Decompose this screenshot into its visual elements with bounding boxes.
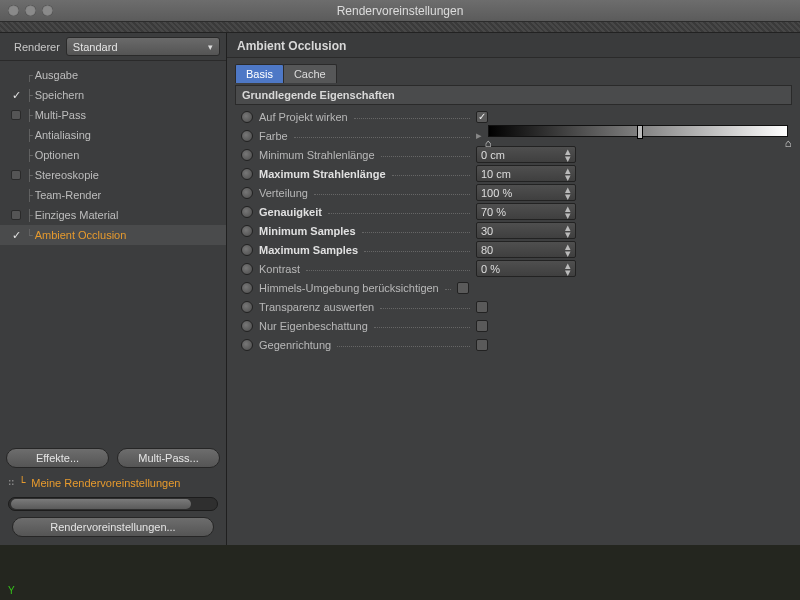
color-gradient[interactable] xyxy=(488,125,788,137)
contrast-field[interactable]: 0 %▴▾ xyxy=(476,260,576,277)
self-shadow-checkbox[interactable] xyxy=(476,320,488,332)
row-min-samples: Minimum Samples 30▴▾ xyxy=(235,221,792,240)
renderer-dropdown[interactable]: Standard ▾ xyxy=(66,37,220,56)
radio-icon[interactable] xyxy=(241,263,253,275)
row-distribution: Verteilung 100 %▴▾ xyxy=(235,183,792,202)
tree-item-optionen[interactable]: ├ Optionen xyxy=(0,145,226,165)
radio-icon[interactable] xyxy=(241,111,253,123)
radio-icon[interactable] xyxy=(241,187,253,199)
min-samples-field[interactable]: 30▴▾ xyxy=(476,222,576,239)
radio-icon[interactable] xyxy=(241,168,253,180)
tree-item-einziges-material[interactable]: ├ Einziges Material xyxy=(0,205,226,225)
checkbox-icon[interactable] xyxy=(11,170,21,180)
tree-item-teamrender[interactable]: ├ Team-Render xyxy=(0,185,226,205)
chevron-down-icon: ▾ xyxy=(208,42,213,52)
renderer-label: Renderer xyxy=(14,41,60,53)
tree-item-ausgabe[interactable]: ┌ Ausgabe xyxy=(0,65,226,85)
spinner-icon: ▴▾ xyxy=(565,262,571,276)
tree-item-stereoskopie[interactable]: ├ Stereoskopie xyxy=(0,165,226,185)
row-contrast: Kontrast 0 %▴▾ xyxy=(235,259,792,278)
spinner-icon: ▴▾ xyxy=(565,167,571,181)
row-transparency: Transparenz auswerten xyxy=(235,297,792,316)
radio-icon[interactable] xyxy=(241,149,253,161)
checkbox-icon[interactable] xyxy=(11,110,21,120)
tree-item-antialiasing[interactable]: ├ Antialiasing xyxy=(0,125,226,145)
radio-icon[interactable] xyxy=(241,301,253,313)
window-title: Rendervoreinstellungen xyxy=(0,4,800,18)
spinner-icon: ▴▾ xyxy=(565,186,571,200)
radio-icon[interactable] xyxy=(241,206,253,218)
tab-basis[interactable]: Basis xyxy=(235,64,284,83)
presets-row[interactable]: ∷ └ Meine Rendervoreinstellungen xyxy=(6,474,220,497)
open-render-settings-button[interactable]: Rendervoreinstellungen... xyxy=(12,517,214,537)
apply-project-checkbox[interactable]: ✓ xyxy=(476,111,488,123)
distribution-field[interactable]: 100 %▴▾ xyxy=(476,184,576,201)
checkbox-icon[interactable] xyxy=(11,210,21,220)
sky-env-checkbox[interactable] xyxy=(457,282,469,294)
renderer-value: Standard xyxy=(73,41,118,53)
accuracy-field[interactable]: 70 %▴▾ xyxy=(476,203,576,220)
renderer-row: Renderer Standard ▾ xyxy=(0,33,226,61)
multipass-button[interactable]: Multi-Pass... xyxy=(117,448,220,468)
row-reverse: Gegenrichtung xyxy=(235,335,792,354)
axis-label-y: Y xyxy=(8,585,15,596)
radio-icon[interactable] xyxy=(241,282,253,294)
min-ray-field[interactable]: 0 cm▴▾ xyxy=(476,146,576,163)
grip-area[interactable] xyxy=(0,22,800,33)
effects-button[interactable]: Effekte... xyxy=(6,448,109,468)
left-panel: Renderer Standard ▾ ┌ Ausgabe ✓├ Speiche… xyxy=(0,33,227,545)
right-panel: Ambient Occlusion Basis Cache Grundlegen… xyxy=(227,33,800,545)
panel-title: Ambient Occlusion xyxy=(227,33,800,58)
tabs: Basis Cache xyxy=(227,58,800,83)
arrow-right-icon[interactable]: ▸ xyxy=(476,129,482,142)
basic-properties-group: Grundlegende Eigenschaften Auf Projekt w… xyxy=(235,85,792,356)
check-icon[interactable]: ✓ xyxy=(11,90,22,101)
spinner-icon: ▴▾ xyxy=(565,205,571,219)
transparency-checkbox[interactable] xyxy=(476,301,488,313)
row-max-samples: Maximum Samples 80▴▾ xyxy=(235,240,792,259)
row-min-ray: Minimum Strahlenlänge 0 cm▴▾ xyxy=(235,145,792,164)
group-title: Grundlegende Eigenschaften xyxy=(235,85,792,105)
gradient-stop-left[interactable]: ⌂ xyxy=(485,137,492,149)
window-body: Renderer Standard ▾ ┌ Ausgabe ✓├ Speiche… xyxy=(0,33,800,545)
settings-tree: ┌ Ausgabe ✓├ Speichern ├ Multi-Pass ├ An… xyxy=(0,61,226,442)
render-settings-window: Rendervoreinstellungen Renderer Standard… xyxy=(0,0,800,545)
viewport[interactable]: Y xyxy=(0,545,800,600)
tab-cache[interactable]: Cache xyxy=(283,64,337,83)
tree-item-multipass[interactable]: ├ Multi-Pass xyxy=(0,105,226,125)
row-accuracy: Genauigkeit 70 %▴▾ xyxy=(235,202,792,221)
scrollbar-thumb[interactable] xyxy=(11,499,191,509)
tree-item-speichern[interactable]: ✓├ Speichern xyxy=(0,85,226,105)
reverse-checkbox[interactable] xyxy=(476,339,488,351)
left-bottom: Effekte... Multi-Pass... ∷ └ Meine Rende… xyxy=(0,442,226,545)
max-samples-field[interactable]: 80▴▾ xyxy=(476,241,576,258)
presets-label: Meine Rendervoreinstellungen xyxy=(31,477,180,489)
radio-icon[interactable] xyxy=(241,130,253,142)
radio-icon[interactable] xyxy=(241,244,253,256)
radio-icon[interactable] xyxy=(241,320,253,332)
check-icon[interactable]: ✓ xyxy=(11,230,22,241)
row-sky-env: Himmels-Umgebung berücksichtigen xyxy=(235,278,792,297)
tree-item-ambient-occlusion[interactable]: ✓└ Ambient Occlusion xyxy=(0,225,226,245)
gradient-stops: ⌂ ⌂ xyxy=(488,137,788,147)
max-ray-field[interactable]: 10 cm▴▾ xyxy=(476,165,576,182)
row-apply-project: Auf Projekt wirken ✓ xyxy=(235,107,792,126)
spinner-icon: ▴▾ xyxy=(565,243,571,257)
row-self-shadow: Nur Eigenbeschattung xyxy=(235,316,792,335)
radio-icon[interactable] xyxy=(241,225,253,237)
radio-icon[interactable] xyxy=(241,339,253,351)
gradient-stop-right[interactable]: ⌂ xyxy=(785,137,792,149)
row-color: Farbe ▸ ⌂ ⌂ xyxy=(235,126,792,145)
titlebar[interactable]: Rendervoreinstellungen xyxy=(0,0,800,22)
horizontal-scrollbar[interactable] xyxy=(8,497,218,511)
spinner-icon: ▴▾ xyxy=(565,224,571,238)
expand-icon[interactable]: ∷ xyxy=(8,476,15,489)
spinner-icon: ▴▾ xyxy=(565,148,571,162)
row-max-ray: Maximum Strahlenlänge 10 cm▴▾ xyxy=(235,164,792,183)
property-rows: Auf Projekt wirken ✓ Farbe ▸ xyxy=(235,105,792,356)
